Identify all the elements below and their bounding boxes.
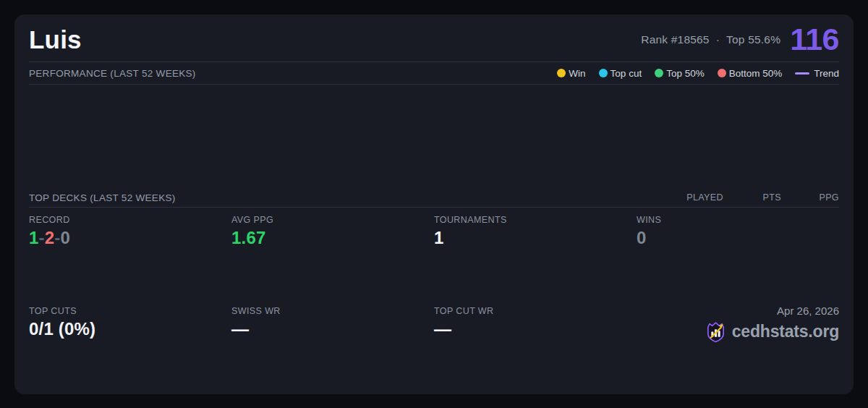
top-decks-header-row: TOP DECKS (LAST 52 WEEKS) PLAYED PTS PPG (29, 188, 839, 208)
column-header-played: PLAYED (665, 192, 723, 203)
stat-label: AVG PPG (231, 215, 434, 225)
page-background: Luis Rank #18565 · Top 55.6% 116 PERFORM… (0, 0, 868, 408)
stat-label: WINS (637, 215, 839, 225)
record-separator: - (54, 228, 60, 247)
top-cut-wr-value: — (434, 319, 637, 339)
record-value: 1-2-0 (29, 228, 231, 248)
rank-number: Rank #18565 (641, 33, 709, 46)
performance-chart-area (29, 85, 839, 188)
top-percent: Top 55.6% (726, 33, 780, 46)
stat-label: TOURNAMENTS (434, 215, 637, 225)
tournaments-value: 1 (434, 228, 637, 248)
swiss-wr-value: — (231, 319, 434, 339)
record-separator: - (39, 228, 45, 247)
brand-row[interactable]: cedhstats.org (705, 320, 839, 343)
stat-label: RECORD (29, 215, 231, 225)
legend-label: Trend (814, 68, 839, 79)
player-name: Luis (29, 25, 82, 54)
player-stats-card: Luis Rank #18565 · Top 55.6% 116 PERFORM… (14, 14, 854, 394)
cedhstats-shield-logo-icon (705, 320, 727, 343)
legend-label: Bottom 50% (729, 68, 783, 79)
rank-text: Rank #18565 · Top 55.6% (641, 33, 780, 46)
top-decks-section-title: TOP DECKS (LAST 52 WEEKS) (29, 192, 176, 203)
card-footer: Apr 26, 2026 cedhstats.org (637, 304, 839, 395)
stats-grid: RECORD 1-2-0 AVG PPG 1.67 TOURNAMENTS 1 … (29, 208, 839, 394)
chart-legend: Win Top cut Top 50% Bottom 50% Trend (557, 68, 839, 79)
bottom-50-dot-icon (718, 69, 726, 77)
performance-header-row: PERFORMANCE (LAST 52 WEEKS) Win Top cut … (29, 62, 839, 85)
record-draws: 0 (61, 228, 71, 247)
stat-label: TOP CUT WR (434, 306, 637, 316)
legend-item-top-cut: Top cut (599, 68, 642, 79)
stat-tournaments: TOURNAMENTS 1 (434, 213, 637, 304)
wins-value: 0 (637, 228, 839, 248)
top-50-dot-icon (655, 69, 663, 77)
top-cut-dot-icon (599, 69, 608, 77)
footer-date: Apr 26, 2026 (777, 305, 839, 317)
legend-label: Top cut (610, 68, 642, 79)
stat-wins: WINS 0 (637, 213, 839, 304)
trend-line-icon (795, 72, 809, 75)
legend-label: Win (569, 68, 585, 79)
stat-record: RECORD 1-2-0 (29, 213, 231, 304)
top-decks-columns: PLAYED PTS PPG (665, 192, 839, 203)
legend-item-win: Win (557, 68, 585, 79)
stat-top-cuts: TOP CUTS 0/1 (0%) (29, 304, 231, 395)
stat-swiss-wr: SWISS WR — (231, 304, 434, 395)
stat-label: TOP CUTS (29, 306, 231, 316)
header-rank-group: Rank #18565 · Top 55.6% 116 (641, 24, 839, 55)
avg-ppg-value: 1.67 (231, 228, 434, 248)
legend-item-trend: Trend (795, 68, 839, 79)
top-cuts-value: 0/1 (0%) (29, 319, 231, 339)
rank-separator: · (716, 33, 720, 46)
card-header: Luis Rank #18565 · Top 55.6% 116 (29, 14, 839, 62)
brand-name[interactable]: cedhstats.org (732, 322, 839, 341)
legend-item-bottom-50: Bottom 50% (718, 68, 783, 79)
stat-label: SWISS WR (231, 306, 434, 316)
legend-item-top-50: Top 50% (655, 68, 705, 79)
stat-top-cut-wr: TOP CUT WR — (434, 304, 637, 395)
stat-avg-ppg: AVG PPG 1.67 (231, 213, 434, 304)
record-losses: 2 (45, 228, 55, 247)
legend-label: Top 50% (666, 68, 705, 79)
performance-section-title: PERFORMANCE (LAST 52 WEEKS) (29, 68, 196, 79)
column-header-ppg: PPG (781, 192, 839, 203)
player-score: 116 (790, 24, 839, 55)
column-header-pts: PTS (723, 192, 781, 203)
record-wins: 1 (29, 228, 39, 247)
win-dot-icon (557, 69, 566, 77)
